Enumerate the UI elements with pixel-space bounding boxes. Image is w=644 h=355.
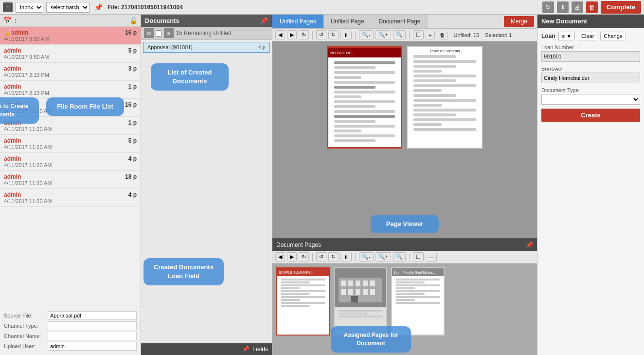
nav-forward-btn[interactable]: ▶	[287, 30, 297, 39]
page-thumb-2[interactable]: Table of Contents	[407, 46, 483, 149]
svg-rect-6	[370, 280, 375, 286]
dp-header-3: South Florida Real Estate...	[394, 271, 435, 274]
dp-zoom-in-btn[interactable]: 🔍+	[376, 252, 391, 262]
file-item[interactable]: 3 padmin 4/10/2017 2:13 PM	[0, 63, 141, 81]
create-button[interactable]: Create	[541, 109, 640, 122]
middle-sub-toolbar: ⊞ ≡ 15 Remaining Unfiled	[141, 27, 272, 40]
calendar-icon[interactable]: 📅	[3, 17, 11, 24]
dp-zoom-fit-btn[interactable]: 🔍	[393, 252, 406, 262]
loan-change-btn[interactable]: Change	[600, 32, 626, 40]
del-btn[interactable]: 🗑	[437, 31, 448, 39]
rotate-right-btn[interactable]: ↻	[328, 30, 339, 39]
select-all-checkbox[interactable]	[156, 30, 162, 37]
file-item[interactable]: 16 p🔒 admin 4/10/2017 9:50 AM	[0, 27, 141, 45]
doc-page-thumb-1[interactable]: SAMPLE SUMMARY...	[276, 267, 330, 336]
page-count: 1 p	[128, 119, 137, 126]
fields-pin-icon: 📌	[242, 346, 250, 353]
source-file-label: Source File:	[4, 313, 48, 318]
doc-page-thumb-2[interactable]	[334, 267, 387, 336]
doc-type-select[interactable]	[541, 94, 640, 105]
middle-header: Documents 📌	[141, 15, 272, 27]
refresh-btn[interactable]: ↻	[542, 1, 554, 13]
toc-title: Table of Contents	[410, 49, 480, 53]
new-doc-body: Loan ≡ ▼ Clear Change Loan Number Borrow…	[537, 28, 644, 355]
file-item[interactable]: 16 padmin 4/11/2017 11:20 AM	[0, 99, 141, 117]
print-btn[interactable]: 🖨	[572, 1, 583, 13]
borrower-input[interactable]	[541, 73, 640, 83]
file-item[interactable]: 1 padmin 4/11/2017 11:20 AM	[0, 117, 141, 135]
file-item[interactable]: 4 padmin 4/11/2017 11:20 AM	[0, 189, 141, 207]
new-doc-title: New Document	[541, 18, 587, 25]
sort-icon[interactable]: ↕	[14, 17, 18, 24]
complete-button[interactable]: Complete	[601, 1, 641, 14]
left-panel: 📅 ↕ 🔒 16 p🔒 admin 4/10/2017 9:50 AM 5 pa…	[0, 15, 141, 355]
dp-nav-forward-btn[interactable]: ▶	[287, 252, 297, 262]
file-item[interactable]: 1 padmin 4/10/2017 2:13 PM	[0, 81, 141, 99]
list-view-btn[interactable]: ≡	[164, 28, 174, 38]
dp-zoom-out-btn[interactable]: 🔍-	[359, 252, 374, 262]
selected-info: Selected: 1	[485, 32, 512, 38]
remaining-badge: 15 Remaining Unfiled	[176, 30, 232, 37]
loan-type-btn[interactable]: ≡ ▼	[558, 32, 575, 40]
nav-back-btn[interactable]: ◀	[275, 30, 285, 39]
page-viewer: NOTICE OF...	[272, 41, 537, 238]
viewer-toolbar: ◀ ▶ ↻ ↺ ↻ ⏸ 🔍- 🔍+ 🔍 ☐ + 🗑 Unfiled: 15 Se…	[272, 29, 537, 41]
svg-rect-11	[370, 289, 375, 295]
middle-panel: Documents 📌 ⊞ ≡ 15 Remaining Unfiled App…	[141, 15, 272, 355]
upload-user-row: Upload User:	[4, 342, 137, 351]
file-title: File: 2170410165011941004	[107, 4, 539, 11]
svg-rect-5	[363, 280, 368, 286]
doc-item[interactable]: Appraisal (901001) 4 p	[143, 42, 270, 53]
doc-page-thumb-3[interactable]: South Florida Real Estate...	[391, 267, 445, 336]
file-item[interactable]: 18 padmin 4/11/2017 11:20 AM	[0, 171, 141, 189]
svg-rect-8	[348, 289, 353, 295]
download-btn[interactable]: ⬇	[557, 1, 569, 13]
dp-rotate-right-btn[interactable]: ↻	[328, 252, 339, 262]
rotate-left-btn[interactable]: ↺	[316, 30, 326, 39]
dp-del-btn[interactable]: —	[426, 253, 437, 262]
inbox-select[interactable]: Inbox	[16, 2, 43, 13]
split-btn[interactable]: ⏸	[340, 31, 352, 39]
page-thumb-1[interactable]: NOTICE OF...	[327, 46, 402, 149]
refresh-viewer-btn[interactable]: ↻	[299, 30, 309, 39]
file-item[interactable]: 4 padmin 4/11/2017 11:20 AM	[0, 153, 141, 171]
dp-nav-back-btn[interactable]: ◀	[275, 252, 285, 262]
tab-unfiled-pages[interactable]: Unfiled Pages	[272, 15, 323, 28]
batch-select[interactable]: select batch	[46, 2, 89, 13]
dp-rotate-left-btn[interactable]: ↺	[316, 252, 326, 262]
loan-number-label: Loan Number	[541, 44, 640, 50]
dp-checkbox-btn[interactable]: ☐	[413, 252, 424, 262]
grid-view-btn[interactable]: ⊞	[144, 28, 154, 38]
zoom-out-btn[interactable]: 🔍-	[359, 30, 374, 39]
loan-number-input[interactable]	[541, 51, 640, 62]
doc-pages-content: SAMPLE SUMMARY...	[272, 263, 537, 355]
date-time: 4/11/2017 11:20 AM	[4, 198, 137, 204]
delete-btn[interactable]: 🗑	[586, 1, 598, 13]
left-toolbar: 📅 ↕ 🔒	[0, 15, 141, 27]
documents-pin-icon: 📌	[260, 17, 268, 24]
tab-document-page[interactable]: Document Page	[371, 15, 428, 28]
borrower-field: Borrower	[541, 66, 640, 83]
new-doc-header: New Document	[537, 15, 644, 28]
file-item[interactable]: 5 padmin 4/11/2017 11:20 AM	[0, 135, 141, 153]
page-count: 5 p	[128, 137, 137, 144]
zoom-in-btn[interactable]: 🔍+	[376, 30, 391, 39]
zoom-fit-btn[interactable]: 🔍	[393, 30, 406, 39]
add-btn[interactable]: +	[426, 31, 434, 39]
upload-user-label: Upload User:	[4, 343, 48, 349]
building-image	[336, 271, 385, 305]
checkbox-btn[interactable]: ☐	[413, 30, 424, 39]
file-item[interactable]: 5 padmin 4/10/2017 9:50 AM	[0, 45, 141, 63]
tab-unfiled-page[interactable]: Unfiled Page	[323, 15, 372, 28]
date-time: 4/10/2017 2:13 PM	[4, 90, 137, 96]
date-time: 4/11/2017 11:20 AM	[4, 126, 137, 132]
dp-split-btn[interactable]: ⏸	[340, 253, 352, 262]
merge-button[interactable]: Merge	[504, 16, 534, 27]
dp-sep-1	[312, 253, 313, 262]
loan-clear-btn[interactable]: Clear	[578, 32, 597, 40]
page-count: 4 p	[128, 155, 137, 162]
page-header-text: NOTICE OF...	[330, 51, 354, 55]
doc-pages-section: Document Pages 📌 ◀ ▶ ↻ ↺ ↻ ⏸ 🔍- 🔍+ 🔍 ☐ —	[272, 238, 537, 355]
dp-refresh-btn[interactable]: ↻	[299, 252, 309, 262]
channel-name-value	[48, 332, 137, 340]
